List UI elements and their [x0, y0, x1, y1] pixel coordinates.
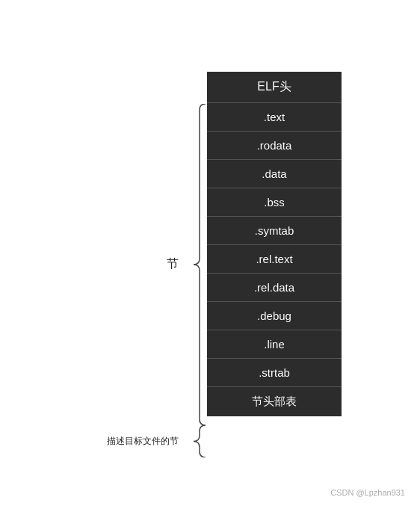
section-block-symtab: .symtab: [207, 217, 342, 245]
label-jie: 节: [167, 256, 179, 272]
annotation-area: 节描述目标文件的节: [78, 72, 206, 457]
miaoshu-annotation: 描述目标文件的节: [78, 425, 206, 457]
section-block-data: .data: [207, 160, 342, 188]
main-container: 节描述目标文件的节 ELF头.text.rodata.data.bss.symt…: [0, 0, 420, 506]
label-miaoshu: 描述目标文件的节: [107, 435, 179, 448]
section-block-elf-header: ELF头: [207, 72, 342, 103]
section-block-text: .text: [207, 103, 342, 132]
jie-annotation: 节: [78, 104, 206, 425]
section-block-line: .line: [207, 330, 342, 359]
watermark: CSDN @Lpzhan931: [330, 488, 405, 497]
sections-column: ELF头.text.rodata.data.bss.symtab.rel.tex…: [207, 72, 342, 416]
section-block-strtab: .strtab: [207, 359, 342, 387]
section-block-rel-text: .rel.text: [207, 245, 342, 274]
section-block-bss: .bss: [207, 188, 342, 217]
section-block-rodata: .rodata: [207, 132, 342, 160]
diagram-outer: 节描述目标文件的节 ELF头.text.rodata.data.bss.symt…: [78, 72, 342, 457]
section-block-debug: .debug: [207, 302, 342, 330]
section-block-rel-data: .rel.data: [207, 274, 342, 302]
section-block-section-header-table: 节头部表: [207, 387, 342, 416]
